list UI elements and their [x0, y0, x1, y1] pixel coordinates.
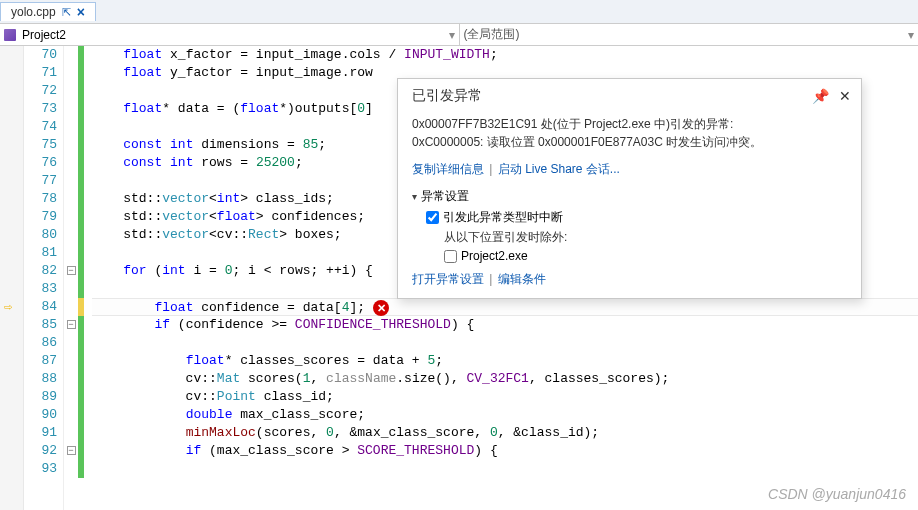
line-number: 86: [24, 334, 57, 352]
line-number: 70: [24, 46, 57, 64]
line-number: 76: [24, 154, 57, 172]
exclude-project-checkbox[interactable]: Project2.exe: [444, 247, 847, 265]
edit-conditions-link[interactable]: 编辑条件: [498, 272, 546, 286]
code-line[interactable]: [92, 460, 918, 478]
live-share-link[interactable]: 启动 Live Share 会话...: [498, 162, 620, 176]
scope-dropdown[interactable]: (全局范围) ▾: [460, 24, 919, 45]
pin-icon[interactable]: ⇱: [62, 6, 71, 19]
error-icon[interactable]: ✕: [373, 300, 389, 316]
code-line[interactable]: if (confidence >= CONFIDENCE_THRESHOLD) …: [92, 316, 918, 334]
code-line[interactable]: float x_factor = input_image.cols / INPU…: [92, 46, 918, 64]
line-number: 80: [24, 226, 57, 244]
line-number: 81: [24, 244, 57, 262]
line-number: 87: [24, 352, 57, 370]
copy-details-link[interactable]: 复制详细信息: [412, 162, 484, 176]
code-line[interactable]: float confidence = data[4];✕: [92, 298, 918, 316]
line-number: 91: [24, 424, 57, 442]
line-number: 74: [24, 118, 57, 136]
line-number: 90: [24, 406, 57, 424]
project-dropdown[interactable]: Project2 ▾: [0, 24, 460, 45]
fold-toggle-icon[interactable]: −: [67, 266, 76, 275]
triangle-down-icon: ▾: [412, 191, 417, 202]
tab-label: yolo.cpp: [11, 5, 56, 19]
line-number: 93: [24, 460, 57, 478]
break-on-exception-checkbox[interactable]: 引发此异常类型时中断: [426, 207, 847, 228]
line-number: 79: [24, 208, 57, 226]
exception-popup: 已引发异常 📌 ✕ 0x00007FF7B32E1C91 处(位于 Projec…: [397, 78, 862, 299]
line-number: 77: [24, 172, 57, 190]
line-number: 82: [24, 262, 57, 280]
file-tab[interactable]: yolo.cpp ⇱ ×: [0, 2, 96, 21]
code-line[interactable]: double max_class_score;: [92, 406, 918, 424]
code-line[interactable]: [92, 334, 918, 352]
line-number: 71: [24, 64, 57, 82]
code-line[interactable]: cv::Mat scores(1, className.size(), CV_3…: [92, 370, 918, 388]
line-number: 72: [24, 82, 57, 100]
line-number: 84: [24, 298, 57, 316]
fold-column[interactable]: −−−: [64, 46, 78, 510]
line-number: 89: [24, 388, 57, 406]
exception-message: 0x00007FF7B32E1C91 处(位于 Project2.exe 中)引…: [412, 115, 847, 151]
popup-title: 已引发异常: [412, 87, 802, 105]
line-number: 92: [24, 442, 57, 460]
line-number: 75: [24, 136, 57, 154]
pin-icon[interactable]: 📌: [812, 88, 829, 104]
current-line-arrow-icon: ⇨: [4, 298, 12, 315]
line-numbers: 7071727374757677787980818283848586878889…: [24, 46, 64, 510]
line-number: 73: [24, 100, 57, 118]
fold-toggle-icon[interactable]: −: [67, 446, 76, 455]
tab-bar: yolo.cpp ⇱ ×: [0, 0, 918, 24]
open-exception-settings-link[interactable]: 打开异常设置: [412, 272, 484, 286]
line-number: 88: [24, 370, 57, 388]
exception-settings-header[interactable]: ▾ 异常设置: [412, 186, 847, 207]
code-line[interactable]: if (max_class_score > SCORE_THRESHOLD) {: [92, 442, 918, 460]
code-line[interactable]: float* classes_scores = data + 5;: [92, 352, 918, 370]
close-icon[interactable]: ✕: [839, 88, 851, 104]
fold-toggle-icon[interactable]: −: [67, 320, 76, 329]
project-name: Project2: [22, 28, 66, 42]
breakpoint-gutter[interactable]: ⇨: [0, 46, 24, 510]
except-from-label: 从以下位置引发时除外:: [444, 228, 847, 247]
nav-bar: Project2 ▾ (全局范围) ▾: [0, 24, 918, 46]
close-icon[interactable]: ×: [77, 5, 85, 19]
line-number: 85: [24, 316, 57, 334]
code-line[interactable]: minMaxLoc(scores, 0, &max_class_score, 0…: [92, 424, 918, 442]
scope-label: (全局范围): [464, 26, 520, 43]
line-number: 78: [24, 190, 57, 208]
line-number: 83: [24, 280, 57, 298]
code-line[interactable]: cv::Point class_id;: [92, 388, 918, 406]
project-icon: [4, 29, 16, 41]
